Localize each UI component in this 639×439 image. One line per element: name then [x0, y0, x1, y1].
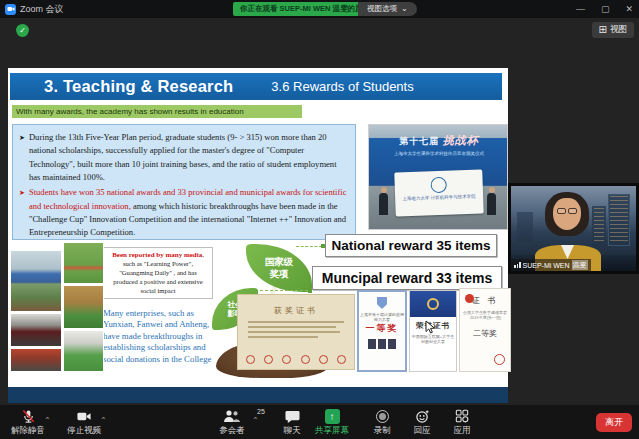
participant-name-label: SUEP-Mi WEN 温雯 — [511, 259, 591, 271]
app-title: Zoom 会议 — [20, 3, 64, 16]
shared-screen-slide: 3. Teaching & Research 3.6 Rewards of St… — [8, 68, 508, 403]
camera-icon — [76, 409, 92, 424]
view-button[interactable]: ⊞ 视图 — [592, 22, 634, 38]
participants-button[interactable]: 25 参会者 — [206, 408, 258, 437]
bullet-text: During the 13th Five-Year Plan period, g… — [29, 131, 347, 184]
municipal-reward-box: Muncipal reward 33 items — [312, 266, 502, 290]
participants-options-chevron[interactable]: ⌃ — [252, 419, 259, 423]
participants-count: 25 — [257, 408, 265, 415]
photo-robot-contest — [63, 242, 104, 284]
media-lead: Been reported by many media — [112, 251, 202, 259]
minimize-button[interactable]: — — [576, 4, 585, 14]
enterprises-text: Many enterprises, such as Yunxian, Fanwe… — [103, 308, 225, 374]
reactions-icon — [415, 409, 430, 424]
glasses-icon — [555, 208, 579, 215]
person-figure — [379, 193, 388, 215]
bullet-marker: ➤ — [19, 131, 25, 184]
college-flag: 上海电力大学 计算机科学与技术学院 — [394, 169, 483, 216]
photo-children-activity — [63, 285, 104, 329]
id-photos — [359, 339, 405, 349]
share-screen-button[interactable]: ↑ 共享屏幕 — [306, 408, 358, 437]
participant-video-tile[interactable]: SUEP-Mi WEN 温雯 — [508, 183, 639, 274]
microphone-muted-icon — [21, 409, 36, 424]
mouse-cursor — [425, 320, 436, 334]
slide-highlight-bar: With many awards, the academy has shown … — [12, 105, 302, 118]
national-reward-box: National reward 35 items — [325, 234, 497, 257]
share-screen-icon: ↑ — [325, 409, 340, 424]
certificate-first-prize: 上海市第十届计算机应用能力大赛 一等奖 — [357, 290, 407, 372]
security-shield-icon[interactable]: ✓ — [16, 24, 29, 37]
record-icon — [376, 410, 389, 423]
slide-footer-band — [8, 387, 508, 403]
red-seal — [494, 354, 505, 365]
bullet-marker: ➤ — [19, 186, 25, 239]
photo-crowd — [10, 348, 62, 372]
apps-icon — [455, 409, 469, 423]
chat-bubble-icon — [285, 409, 300, 424]
participant-name: SUEP-Mi WEN — [523, 262, 570, 269]
meeting-toolbar: 解除静音 ⌃ 停止视频 ⌃ 25 参会者 ⌃ 聊天 ↑ 共享屏幕 录制 回应 — [0, 405, 639, 439]
slide-title: 3. Teaching & Research — [44, 77, 233, 96]
connector-line — [260, 290, 308, 291]
unmute-options-chevron[interactable]: ⌃ — [44, 419, 51, 423]
challenge-cup-photo: 第十七届 挑战杯 上海市大学生课外学术科技作品竞赛颁奖仪式 上海电力大学 计算机… — [368, 124, 508, 230]
view-options-label: 视图选项 — [367, 4, 397, 14]
media-report-box: Been reported by many media, such as "Le… — [103, 247, 213, 299]
signal-strength-icon — [514, 262, 521, 268]
video-options-chevron[interactable]: ⌃ — [100, 419, 107, 423]
slide-header: 3. Teaching & Research 3.6 Rewards of St… — [10, 73, 502, 100]
leave-meeting-button[interactable]: 离开 — [596, 413, 632, 432]
bullet-item: ➤ Students have won 35 national awards a… — [19, 186, 347, 239]
view-button-label: 视图 — [610, 24, 627, 36]
participant-name-suffix: 温雯 — [572, 260, 588, 270]
ribbon-icon — [377, 297, 387, 309]
bullet-item: ➤ During the 13th Five-Year Plan period,… — [19, 131, 347, 184]
apps-button[interactable]: 应用 — [436, 408, 488, 437]
chevron-down-icon: ⌄ — [401, 6, 408, 12]
connector-line — [296, 246, 322, 247]
photo-indoor-venue — [10, 313, 62, 347]
person-figure — [487, 193, 496, 215]
building-silhouette — [592, 206, 606, 246]
video-feed: SUEP-Mi WEN 温雯 — [511, 186, 636, 271]
grid-icon: ⊞ — [599, 25, 607, 35]
photo-collage — [10, 242, 104, 372]
maximize-button[interactable]: ▢ — [601, 4, 610, 14]
contest-logo — [465, 294, 474, 303]
building-silhouette — [608, 194, 630, 246]
college-emblem — [430, 177, 447, 194]
watching-screen-banner: 你正在观看 SUEP-Mi WEN 温雯的屏幕 — [233, 2, 377, 16]
zoom-logo-icon — [5, 4, 16, 15]
photo-campus-group — [10, 250, 62, 312]
building-silhouette — [517, 212, 533, 242]
slide-bullet-box: ➤ During the 13th Five-Year Plan period,… — [12, 124, 356, 240]
meeting-stage: ✓ ⊞ 视图 3. Teaching & Research 3.6 Reward… — [0, 18, 639, 405]
slide-subtitle: 3.6 Rewards of Students — [271, 79, 413, 94]
photo-court-event — [63, 330, 104, 372]
red-seals — [246, 355, 346, 364]
certificate-second-prize: 证 书 全国大学生数学建模竞赛·2019年度(第一期) 二等奖 — [459, 288, 511, 372]
window-titlebar: Zoom 会议 你正在观看 SUEP-Mi WEN 温雯的屏幕 视图选项 ⌄ —… — [0, 0, 639, 18]
participants-icon — [223, 409, 241, 424]
certificate-award: 获奖证书 — [237, 294, 355, 370]
app-title-group: Zoom 会议 — [5, 0, 64, 18]
medal-icon — [427, 298, 439, 310]
close-button[interactable]: ✕ — [625, 4, 633, 14]
view-options-button[interactable]: 视图选项 ⌄ — [358, 2, 417, 16]
bullet-text: Students have won 35 national awards and… — [29, 186, 347, 239]
certificate-header — [410, 291, 456, 317]
